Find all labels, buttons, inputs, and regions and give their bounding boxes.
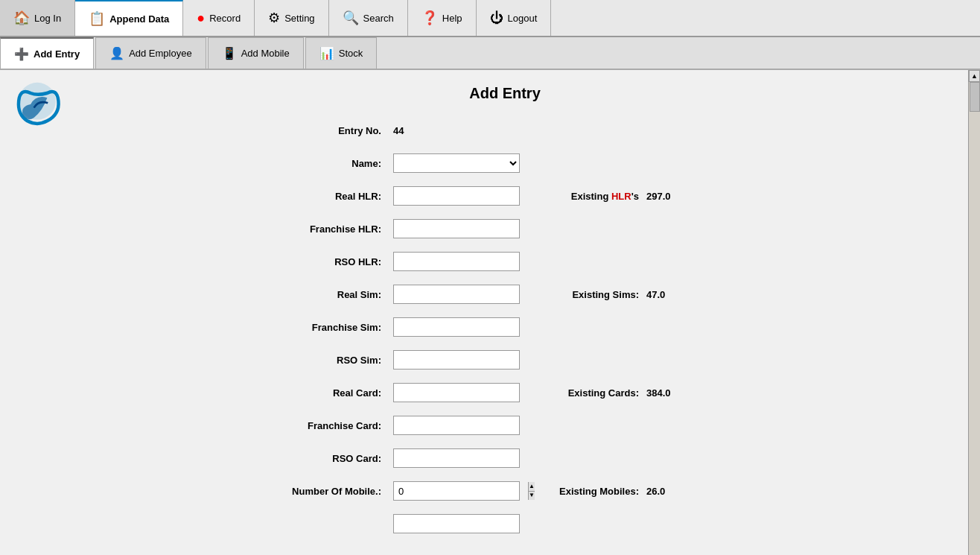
real-hlr-input[interactable] bbox=[393, 186, 520, 206]
real-hlr-row: Real HLR: Existing HLR's 297.0 bbox=[274, 185, 795, 206]
existing-cards-value: 384.0 bbox=[646, 387, 671, 399]
franchise-card-row: Franchise Card: bbox=[274, 415, 795, 436]
search-button[interactable]: 🔍 Search bbox=[329, 0, 408, 36]
login-label: Log In bbox=[34, 13, 61, 24]
existing-sims-label: Existing Sims: bbox=[542, 289, 639, 300]
logout-label: Logout bbox=[508, 13, 538, 24]
franchise-card-label: Franchise Card: bbox=[274, 420, 393, 431]
rso-hlr-label: RSO HLR: bbox=[274, 256, 393, 267]
spinner-down-button[interactable]: ▼ bbox=[529, 492, 535, 501]
real-sim-input[interactable] bbox=[393, 285, 520, 304]
real-card-input[interactable] bbox=[393, 383, 520, 402]
number-of-mobile-input[interactable] bbox=[394, 482, 528, 500]
rso-sim-input[interactable] bbox=[393, 350, 520, 370]
extra-input[interactable] bbox=[393, 514, 520, 533]
existing-hlrs-value: 297.0 bbox=[646, 191, 671, 202]
existing-hlrs-label: Existing HLR's bbox=[542, 191, 639, 202]
logout-button[interactable]: ⏻ Logout bbox=[477, 0, 552, 36]
name-label: Name: bbox=[274, 158, 393, 169]
entry-no-value: 44 bbox=[393, 125, 404, 136]
spinner-up-button[interactable]: ▲ bbox=[529, 482, 535, 492]
logout-icon: ⏻ bbox=[490, 10, 503, 26]
scrollbar[interactable]: ▲ ▼ bbox=[968, 70, 980, 555]
form-title: Add Entry bbox=[214, 85, 795, 102]
franchise-sim-label: Franchise Sim: bbox=[274, 322, 393, 333]
franchise-hlr-row: Franchise HLR: bbox=[274, 218, 795, 239]
tab-add-entry[interactable]: ➕ Add Entry bbox=[0, 37, 94, 69]
franchise-card-input[interactable] bbox=[393, 416, 520, 435]
entry-no-label: Entry No. bbox=[274, 125, 393, 136]
scroll-thumb[interactable] bbox=[970, 82, 980, 112]
tab-add-mobile-label: Add Mobile bbox=[241, 48, 290, 59]
stock-icon: 📊 bbox=[319, 46, 334, 60]
existing-mobiles-label: Existing Mobiles: bbox=[542, 486, 639, 497]
existing-cards-label: Existing Cards: bbox=[542, 387, 639, 399]
tab-add-employee[interactable]: 👤 Add Employee bbox=[95, 37, 206, 69]
form-area: Add Entry Entry No. 44 Name: Real HLR: E… bbox=[155, 70, 825, 555]
entry-no-row: Entry No. 44 bbox=[274, 120, 795, 141]
real-hlr-label: Real HLR: bbox=[274, 191, 393, 202]
scroll-track bbox=[969, 82, 980, 555]
main-content: Add Entry Entry No. 44 Name: Real HLR: E… bbox=[0, 70, 980, 555]
tab-add-mobile[interactable]: 📱 Add Mobile bbox=[208, 37, 304, 69]
tab-add-entry-label: Add Entry bbox=[34, 48, 80, 60]
rso-card-row: RSO Card: bbox=[274, 448, 795, 469]
tab-stock[interactable]: 📊 Stock bbox=[305, 37, 378, 69]
help-button[interactable]: ❓ Help bbox=[408, 0, 477, 36]
help-icon: ❓ bbox=[421, 10, 438, 26]
tab-add-employee-label: Add Employee bbox=[129, 48, 192, 59]
franchise-hlr-label: Franchise HLR: bbox=[274, 223, 393, 235]
name-select[interactable] bbox=[393, 153, 520, 173]
search-label: Search bbox=[363, 13, 394, 24]
add-entry-icon: ➕ bbox=[14, 47, 29, 61]
record-label: Record bbox=[209, 13, 241, 24]
name-row: Name: bbox=[274, 153, 795, 174]
real-card-label: Real Card: bbox=[274, 387, 393, 399]
real-sim-label: Real Sim: bbox=[274, 289, 393, 300]
real-card-row: Real Card: Existing Cards: 384.0 bbox=[274, 382, 795, 403]
number-of-mobile-label: Number Of Mobile.: bbox=[274, 486, 393, 497]
franchise-sim-row: Franchise Sim: bbox=[274, 317, 795, 337]
setting-button[interactable]: ⚙ Setting bbox=[255, 0, 328, 36]
tab-bar: ➕ Add Entry 👤 Add Employee 📱 Add Mobile … bbox=[0, 37, 980, 70]
scroll-up-button[interactable]: ▲ bbox=[969, 70, 980, 82]
spinner-buttons: ▲ ▼ bbox=[528, 482, 535, 500]
append-icon: 📋 bbox=[89, 10, 105, 27]
number-of-mobile-spinner: ▲ ▼ bbox=[393, 481, 520, 501]
logo-area bbox=[7, 81, 74, 143]
help-label: Help bbox=[442, 13, 462, 24]
number-of-mobile-row: Number Of Mobile.: ▲ ▼ Existing Mobiles:… bbox=[274, 481, 795, 501]
real-sim-row: Real Sim: Existing Sims: 47.0 bbox=[274, 284, 795, 305]
record-button[interactable]: ● Record bbox=[183, 0, 255, 36]
rso-card-label: RSO Card: bbox=[274, 453, 393, 464]
existing-mobiles-value: 26.0 bbox=[646, 486, 665, 497]
add-employee-icon: 👤 bbox=[109, 46, 124, 60]
search-icon: 🔍 bbox=[343, 10, 359, 26]
append-data-button[interactable]: 📋 Append Data bbox=[75, 0, 183, 36]
login-button[interactable]: 🏠 Log In bbox=[0, 0, 75, 36]
extra-row bbox=[274, 513, 795, 534]
rso-card-input[interactable] bbox=[393, 448, 520, 468]
record-icon: ● bbox=[197, 10, 205, 26]
company-logo bbox=[7, 81, 67, 141]
gear-icon: ⚙ bbox=[268, 10, 280, 26]
append-data-label: Append Data bbox=[109, 13, 169, 25]
setting-label: Setting bbox=[284, 13, 314, 24]
rso-hlr-row: RSO HLR: bbox=[274, 251, 795, 272]
add-mobile-icon: 📱 bbox=[222, 46, 237, 60]
existing-sims-value: 47.0 bbox=[646, 289, 665, 300]
franchise-sim-input[interactable] bbox=[393, 317, 520, 337]
home-icon: 🏠 bbox=[13, 10, 30, 26]
rso-sim-label: RSO Sim: bbox=[274, 355, 393, 366]
top-nav-bar: 🏠 Log In 📋 Append Data ● Record ⚙ Settin… bbox=[0, 0, 980, 37]
rso-hlr-input[interactable] bbox=[393, 252, 520, 271]
franchise-hlr-input[interactable] bbox=[393, 219, 520, 238]
tab-stock-label: Stock bbox=[339, 48, 363, 59]
rso-sim-row: RSO Sim: bbox=[274, 349, 795, 370]
